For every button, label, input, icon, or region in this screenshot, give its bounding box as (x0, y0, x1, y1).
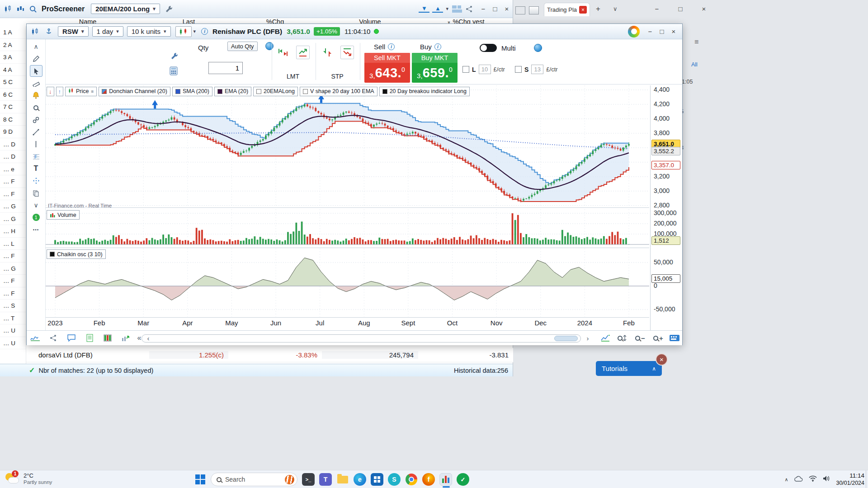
new-tab-button[interactable]: + (596, 5, 600, 14)
tray-chevron-icon[interactable]: ∧ (784, 477, 788, 483)
help-bubble-icon[interactable] (265, 42, 274, 50)
time-scrollbar-thumb[interactable] (554, 336, 578, 341)
export-download-icon[interactable]: ▼ (419, 5, 429, 13)
prorealtime-logo-icon[interactable] (628, 26, 640, 38)
rank-row[interactable]: … G (0, 200, 26, 213)
rank-row[interactable]: 2 A (0, 39, 26, 52)
screener-result-row[interactable]: dorsaVi Ltd (DFB) 1.255(c) -3.83% 245,79… (26, 348, 513, 362)
screener-table-icon[interactable] (102, 333, 113, 343)
instrument-info-icon[interactable]: i (201, 28, 208, 35)
lmt-chart-order-icon[interactable] (296, 46, 310, 59)
chart-close-button[interactable]: × (668, 27, 679, 37)
copy-tool-icon[interactable] (30, 187, 42, 199)
teams-app-icon[interactable]: T (319, 473, 332, 486)
screener-run-icon[interactable] (29, 5, 37, 13)
legend-chip[interactable]: Price≡ (65, 87, 97, 96)
price-pane[interactable] (46, 85, 649, 206)
legend-chip[interactable]: EMA (20) (214, 87, 251, 96)
rank-row[interactable]: 3 A (0, 51, 26, 64)
multi-toggle[interactable] (480, 44, 497, 52)
share-icon[interactable] (466, 5, 473, 13)
weather-widget[interactable]: 1 2°C Partly sunny (5, 472, 52, 486)
trendline-tool-icon[interactable] (30, 126, 42, 138)
rank-row[interactable]: … F (0, 275, 26, 287)
legend-chip[interactable]: SMA (200) (172, 87, 212, 96)
buy-marker-icon[interactable]: ↑ (56, 87, 64, 96)
window-maximize-button[interactable]: □ (489, 4, 501, 14)
chaikin-pane-label[interactable]: Chaikin osc (3 10) (47, 249, 106, 259)
pencil-draw-icon[interactable] (30, 53, 42, 65)
export-options-chevron-icon[interactable]: ▾ (446, 6, 448, 12)
skype-app-icon[interactable]: S (388, 473, 401, 486)
screener-settings-wrench-icon[interactable] (165, 5, 172, 13)
tab-close-icon[interactable]: × (579, 6, 587, 14)
qty-input[interactable] (208, 62, 243, 74)
candlestick-list-icon[interactable] (16, 5, 24, 13)
firefox-browser-icon[interactable]: f (422, 473, 435, 486)
rank-row[interactable]: … G (0, 213, 26, 225)
fibonacci-tool-icon[interactable]: F (30, 150, 42, 162)
tutorials-close-button[interactable]: × (656, 353, 668, 366)
prorealtime-app-icon[interactable] (439, 473, 452, 486)
layout-grid-icon[interactable] (452, 5, 462, 13)
app-maximize-button[interactable]: □ (675, 4, 686, 14)
dock-layout-icon[interactable] (515, 6, 525, 14)
edge-browser-icon[interactable]: e (354, 473, 366, 486)
chart-minimize-button[interactable]: − (644, 27, 656, 37)
rank-row[interactable]: 7 C (0, 101, 26, 113)
multi-help-bubble-icon[interactable] (534, 44, 542, 52)
rank-row[interactable]: … F (0, 188, 26, 201)
units-select[interactable]: 10 k units ▾ (127, 26, 171, 37)
rank-row[interactable]: … D (0, 150, 26, 163)
rank-row[interactable]: … F (0, 175, 26, 188)
wifi-icon[interactable] (809, 475, 817, 483)
limit-value[interactable]: 10 (479, 65, 491, 74)
chart-style-icon[interactable] (175, 26, 192, 37)
tab-trading-platform[interactable]: Trading Pla × (544, 3, 590, 16)
text-tool-icon[interactable]: T (30, 163, 42, 174)
export-report-icon[interactable] (84, 333, 95, 343)
search-box[interactable]: Search (211, 473, 297, 486)
symbol-select[interactable]: RSW ▾ (58, 26, 89, 37)
terminal-app-icon[interactable]: >_ (302, 473, 315, 486)
rank-row[interactable]: 1 A (0, 26, 26, 39)
price-axis[interactable]: 4,4004,2004,0003,8003,2003,0002,8003,651… (650, 85, 683, 330)
volume-icon[interactable] (823, 475, 830, 483)
rank-row[interactable]: 5 C (0, 76, 26, 89)
zoom-selection-icon[interactable] (616, 333, 628, 343)
buy-info-icon[interactable]: i (434, 43, 441, 50)
more-tools-chevron-icon[interactable]: ∨ (30, 199, 42, 211)
window-close-button[interactable]: × (501, 4, 513, 14)
anchor-link-icon[interactable] (45, 28, 52, 35)
collapse-panel-icon[interactable]: ∧ (30, 41, 42, 52)
rank-row[interactable]: … H (0, 225, 26, 238)
comment-bubble-icon[interactable] (66, 333, 77, 343)
window-minimize-button[interactable]: − (477, 4, 489, 14)
tab-list-chevron-icon[interactable]: ∨ (613, 5, 618, 12)
chart-style-chevron-icon[interactable]: ▾ (193, 28, 196, 34)
rank-row[interactable]: … T (0, 312, 26, 325)
chart-export-arrow-icon[interactable] (120, 333, 132, 343)
indicator-wave-icon[interactable] (29, 333, 41, 343)
screener-select[interactable]: 20EMA/200 Long ▾ (91, 4, 160, 14)
chrome-browser-icon[interactable] (405, 473, 418, 486)
stop-value[interactable]: 13 (531, 65, 543, 74)
sell-market-button[interactable]: Sell MKT 3,643.0 (364, 53, 410, 83)
ruler-tool-icon[interactable] (30, 77, 42, 89)
rank-row[interactable]: … L (0, 238, 26, 250)
zoom-in-icon[interactable]: + (652, 333, 664, 343)
compare-chart-icon[interactable] (599, 333, 611, 343)
rank-row[interactable]: … G (0, 263, 26, 275)
app-minimize-button[interactable]: − (651, 4, 663, 14)
rank-row[interactable]: 4 A (0, 64, 26, 76)
rank-row[interactable]: … S (0, 300, 26, 312)
taskbar-clock[interactable]: 11:14 30/01/2024 (836, 472, 864, 487)
rank-row[interactable]: 9 D (0, 126, 26, 138)
limit-checkbox[interactable] (462, 66, 469, 73)
legend-menu-icon[interactable]: ≡ (91, 89, 94, 94)
rank-row[interactable]: … U (0, 324, 26, 337)
move-tool-icon[interactable] (30, 175, 42, 187)
zoom-out-icon[interactable]: − (634, 333, 646, 343)
app-close-button[interactable]: × (698, 4, 710, 14)
rank-row[interactable]: … F (0, 250, 26, 263)
